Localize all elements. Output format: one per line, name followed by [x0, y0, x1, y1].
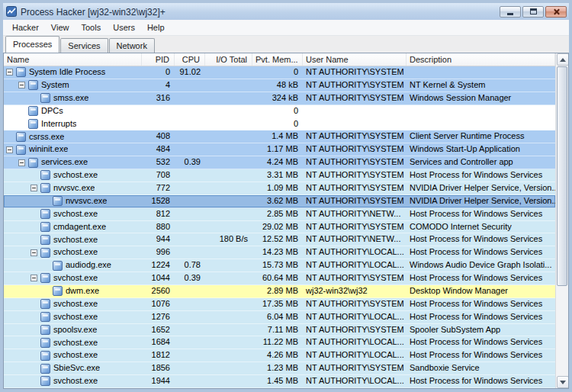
- cell-mem: 2.89 MB: [252, 285, 303, 297]
- menu-help[interactable]: Help: [141, 20, 171, 35]
- expander-icon[interactable]: [31, 249, 37, 256]
- table-row[interactable]: svchost.exe107617.35 MBNT AUTHORITY\SYST…: [4, 298, 555, 311]
- column-header-user-name[interactable]: User Name: [303, 53, 407, 66]
- table-row[interactable]: svchost.exe99614.23 MBNT AUTHORITY\LOCAL…: [4, 246, 555, 259]
- process-name: svchost.exe: [53, 298, 98, 310]
- cell-io: [205, 156, 252, 169]
- table-row[interactable]: svchost.exe168411.22 MBNT AUTHORITY\LOCA…: [4, 336, 555, 349]
- cell-io: [205, 285, 252, 297]
- tab-network[interactable]: Network: [109, 38, 155, 53]
- table-row[interactable]: wininit.exe4841.17 MBNT AUTHORITY\SYSTEM…: [4, 143, 555, 156]
- cell-desc: Windows Audio Device Graph Isolati...: [407, 259, 555, 272]
- cell-pid: 1528: [142, 195, 175, 207]
- column-header-pvt-mem[interactable]: Pvt. Mem...: [252, 53, 303, 66]
- column-header-name[interactable]: Name: [4, 53, 142, 66]
- table-row[interactable]: nvvsvc.exe7721.09 MBNT AUTHORITY\SYSTEMN…: [4, 182, 555, 195]
- menu-users[interactable]: Users: [107, 20, 141, 35]
- tab-processes[interactable]: Processes: [5, 36, 59, 53]
- menu-hacker[interactable]: Hacker: [6, 20, 45, 35]
- cell-user: NT AUTHORITY\LOCAL...: [303, 311, 407, 323]
- minimize-button[interactable]: [500, 6, 521, 18]
- process-name: svchost.exe: [53, 311, 98, 323]
- scroll-up-button[interactable]: [557, 53, 569, 66]
- cell-user: NT AUTHORITY\SYSTEM: [303, 92, 407, 104]
- cell-desc: Desktop Window Manager: [407, 285, 555, 297]
- table-row[interactable]: nvvsvc.exe15283.62 MBNT AUTHORITY\SYSTEM…: [4, 195, 555, 208]
- menu-tools[interactable]: Tools: [76, 20, 108, 35]
- table-row[interactable]: svchost.exe18124.26 MBNT AUTHORITY\LOCAL…: [4, 349, 555, 362]
- cell-user: NT AUTHORITY\SYSTEM: [303, 298, 407, 310]
- close-button[interactable]: [545, 6, 567, 18]
- table-row[interactable]: Interrupts0: [4, 118, 555, 131]
- process-icon: [16, 145, 26, 155]
- process-icon: [16, 132, 26, 142]
- table-row[interactable]: System448 kBNT AUTHORITY\SYSTEMNT Kernel…: [4, 79, 555, 92]
- column-header-cpu[interactable]: CPU: [175, 53, 205, 66]
- cell-cpu: [175, 118, 205, 130]
- process-name: svchost.exe: [53, 349, 98, 361]
- expander-icon[interactable]: [31, 185, 37, 191]
- table-row[interactable]: svchost.exe944180 B/s12.52 MBNT AUTHORIT…: [4, 233, 555, 246]
- column-header-i-o-total[interactable]: I/O Total: [205, 53, 252, 66]
- tab-services[interactable]: Services: [60, 38, 108, 53]
- triangle-down-icon: [560, 381, 566, 384]
- cell-io: [205, 246, 252, 259]
- cell-user: [303, 105, 407, 117]
- vertical-scrollbar[interactable]: [555, 53, 568, 388]
- process-icon: [28, 119, 38, 129]
- table-row[interactable]: csrss.exe4081.4 MBNT AUTHORITY\SYSTEMCli…: [4, 130, 555, 143]
- table-row[interactable]: svchost.exe7083.31 MBNT AUTHORITY\SYSTEM…: [4, 169, 555, 182]
- table-row[interactable]: smss.exe316324 kBNT AUTHORITY\SYSTEMWind…: [4, 92, 555, 105]
- expander-icon[interactable]: [6, 69, 13, 76]
- table-row[interactable]: dwm.exe25602.89 MBwj32-win32\wj32Desktop…: [4, 285, 555, 298]
- scroll-down-button[interactable]: [557, 376, 569, 388]
- table-row[interactable]: services.exe5320.394.24 MBNT AUTHORITY\S…: [4, 156, 555, 169]
- table-row[interactable]: SbieSvc.exe18561.23 MBNT AUTHORITY\SYSTE…: [4, 362, 555, 375]
- table-header: NamePIDCPUI/O TotalPvt. Mem...User NameD…: [4, 53, 555, 66]
- cell-pid: 1944: [142, 375, 175, 387]
- cell-pid: 772: [142, 182, 175, 194]
- table-row[interactable]: svchost.exe19441.45 MBNT AUTHORITY\LOCAL…: [4, 375, 555, 388]
- table-row[interactable]: System Idle Process091.020NT AUTHORITY\S…: [4, 66, 555, 79]
- table-row[interactable]: svchost.exe12766.04 MBNT AUTHORITY\LOCAL…: [4, 311, 555, 324]
- cell-user: [303, 118, 407, 130]
- cell-desc: Host Process for Windows Services: [407, 208, 555, 220]
- expander-icon[interactable]: [31, 275, 37, 281]
- process-icon: [40, 93, 50, 103]
- expander-icon[interactable]: [6, 146, 13, 153]
- column-header-pid[interactable]: PID: [142, 53, 175, 66]
- cell-user: NT AUTHORITY\SYSTEM: [303, 156, 407, 169]
- table-row[interactable]: DPCs0: [4, 105, 555, 118]
- cell-name: svchost.exe: [4, 272, 142, 284]
- table-row[interactable]: audiodg.exe12240.7815.73 MBNT AUTHORITY\…: [4, 259, 555, 272]
- table-row[interactable]: svchost.exe10440.3960.64 MBNT AUTHORITY\…: [4, 272, 555, 285]
- cell-cpu: [175, 182, 205, 194]
- process-icon: [40, 351, 50, 361]
- cell-name: svchost.exe: [4, 298, 142, 310]
- maximize-button[interactable]: [522, 6, 544, 18]
- cell-user: NT AUTHORITY\SYSTEM: [303, 221, 407, 233]
- menu-view[interactable]: View: [45, 20, 76, 35]
- table-row[interactable]: spoolsv.exe16527.11 MBNT AUTHORITY\SYSTE…: [4, 324, 555, 337]
- expander-icon[interactable]: [18, 82, 25, 88]
- cell-desc: Sandboxie Service: [407, 362, 555, 374]
- cell-user: NT AUTHORITY\SYSTEM: [303, 182, 407, 194]
- cell-name: svchost.exe: [4, 208, 142, 220]
- table-row[interactable]: cmdagent.exe88029.02 MBNT AUTHORITY\SYST…: [4, 221, 555, 234]
- process-icon: [40, 222, 50, 232]
- expander-icon[interactable]: [18, 159, 25, 166]
- process-icon: [40, 376, 50, 386]
- process-name: audiodg.exe: [66, 259, 111, 272]
- title-bar[interactable]: Process Hacker [wj32-win32\wj32]+: [3, 3, 569, 20]
- table-row[interactable]: svchost.exe8122.85 MBNT AUTHORITY\NETW..…: [4, 208, 555, 221]
- process-icon: [28, 80, 38, 90]
- column-header-description[interactable]: Description: [407, 53, 555, 66]
- scrollbar-thumb[interactable]: [557, 66, 567, 286]
- cell-pid: 408: [142, 130, 175, 143]
- cell-name: audiodg.exe: [4, 259, 142, 272]
- cell-cpu: 0.39: [175, 156, 205, 169]
- cell-name: spoolsv.exe: [4, 324, 142, 336]
- cell-cpu: [175, 233, 205, 246]
- process-name: cmdagent.exe: [53, 221, 106, 233]
- process-name: svchost.exe: [53, 337, 98, 349]
